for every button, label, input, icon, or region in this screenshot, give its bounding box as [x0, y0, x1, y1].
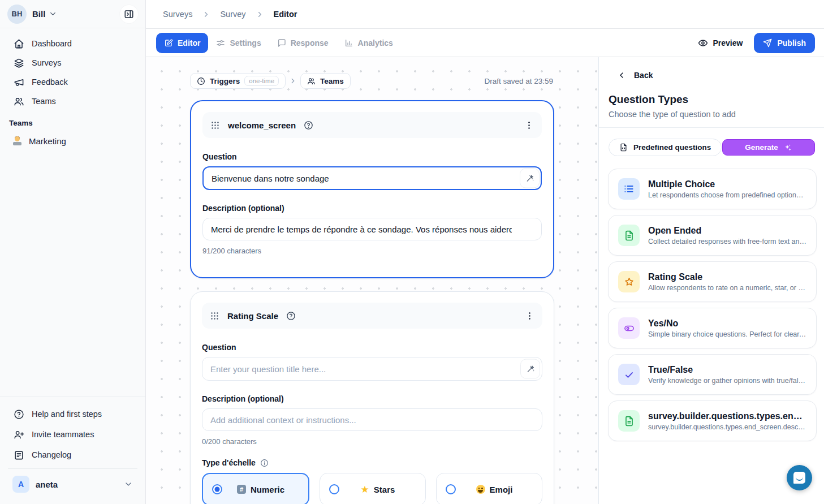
- publish-label: Publish: [777, 38, 806, 48]
- welcome-card-header: welcome_screen: [202, 112, 542, 138]
- teams-section-label: Teams: [0, 111, 145, 131]
- predefined-questions-label: Predefined questions: [633, 143, 711, 152]
- tab-response[interactable]: Response: [269, 33, 336, 53]
- sidebar-item-label: Help and first steps: [32, 410, 102, 419]
- newspaper-icon: [14, 450, 24, 460]
- tab-editor[interactable]: Editor: [156, 33, 208, 53]
- question-type-open-ended[interactable]: Open Ended Collect detailed responses wi…: [608, 215, 817, 256]
- tab-settings[interactable]: Settings: [208, 33, 269, 53]
- breadcrumb-survey[interactable]: Survey: [220, 10, 245, 19]
- help-circle-icon: [14, 409, 24, 420]
- card-menu-button[interactable]: [525, 311, 534, 321]
- preview-button[interactable]: Preview: [691, 33, 750, 53]
- question-types-panel: Back Question Types Choose the type of q…: [598, 57, 824, 504]
- users-icon: [307, 77, 316, 85]
- clock-icon: [197, 77, 205, 85]
- sidebar-item-label: Surveys: [32, 58, 61, 67]
- file-code-icon: [619, 143, 628, 152]
- scale-option-numeric[interactable]: # Numeric: [202, 473, 309, 504]
- message-square-icon: [277, 38, 286, 48]
- question-type-true-false[interactable]: True/False Verify knowledge or gather op…: [608, 354, 817, 395]
- question-title-input[interactable]: [202, 357, 542, 381]
- sidebar-nav: Dashboard Surveys Feedback Teams: [0, 28, 145, 111]
- question-description-input[interactable]: [202, 408, 542, 431]
- sidebar-item-dashboard[interactable]: Dashboard: [3, 34, 142, 53]
- question-type-end-screen[interactable]: survey.builder.questions.types.end_scr..…: [608, 400, 817, 441]
- question-type-multiple-choice[interactable]: Multiple Choice Let respondents choose f…: [608, 169, 817, 209]
- publish-button[interactable]: Publish: [754, 33, 815, 53]
- user-plus-icon: [14, 429, 24, 440]
- sidebar-item-teams[interactable]: Teams: [3, 92, 142, 111]
- type-title: Multiple Choice: [648, 179, 806, 189]
- question-type-yes-no[interactable]: Yes/No Simple binary choice questions. P…: [608, 308, 817, 348]
- question-card-title: welcome_screen: [228, 120, 296, 130]
- radio-unchecked-icon[interactable]: [446, 484, 456, 494]
- generate-button[interactable]: Generate: [722, 139, 815, 156]
- survey-canvas: Triggers one-time Teams Draft saved at 2…: [146, 57, 598, 504]
- sidebar-item-help[interactable]: Help and first steps: [3, 404, 142, 424]
- breadcrumb: Surveys Survey Editor: [146, 0, 824, 29]
- sidebar-item-label: Feedback: [32, 77, 68, 87]
- chevron-right-icon: [289, 77, 297, 85]
- sidebar-item-invite[interactable]: Invite teammates: [3, 424, 142, 445]
- triggers-chip[interactable]: Triggers one-time: [190, 73, 286, 89]
- edit-pencil-icon: [164, 38, 173, 48]
- chat-bubble-icon: [793, 472, 805, 484]
- user-name[interactable]: Bill: [32, 9, 45, 19]
- eye-icon: [698, 38, 708, 48]
- help-circle-icon[interactable]: [304, 120, 313, 130]
- breadcrumb-surveys[interactable]: Surveys: [163, 10, 192, 19]
- panel-toggle-icon: [124, 9, 134, 19]
- ai-rewrite-button[interactable]: [520, 359, 540, 379]
- question-card-title: Rating Scale: [227, 311, 278, 321]
- drag-handle-icon[interactable]: [210, 311, 219, 321]
- divider: [599, 127, 824, 128]
- tab-analytics[interactable]: Analytics: [336, 33, 401, 53]
- tab-label: Editor: [178, 38, 200, 48]
- toggle-icon: [618, 317, 640, 339]
- sidebar-footer: Help and first steps Invite teammates Ch…: [0, 397, 145, 504]
- sidebar-item-label: Teams: [32, 97, 56, 106]
- teams-chip-label: Teams: [320, 77, 344, 85]
- sidebar-item-marketing[interactable]: Marketing: [0, 131, 145, 151]
- teams-chip[interactable]: Teams: [300, 73, 351, 89]
- sidebar-item-surveys[interactable]: Surveys: [3, 53, 142, 72]
- star-emoji-icon: ★: [361, 485, 369, 494]
- question-field-label: Question: [202, 343, 542, 352]
- scale-option-emoji[interactable]: Emoji: [436, 473, 542, 504]
- rating-scale-card[interactable]: Rating Scale Question Description (optio…: [190, 291, 554, 504]
- back-label: Back: [634, 71, 653, 80]
- welcome-screen-card[interactable]: welcome_screen Question Description (opt…: [190, 100, 554, 278]
- chat-launcher-button[interactable]: [787, 465, 812, 490]
- description-field-label: Description (optional): [202, 394, 542, 403]
- radio-checked-icon[interactable]: [212, 484, 222, 494]
- ai-rewrite-button[interactable]: [520, 169, 540, 188]
- card-menu-button[interactable]: [524, 120, 534, 130]
- question-type-list: Multiple Choice Let respondents choose f…: [608, 169, 817, 441]
- question-title-input[interactable]: [202, 166, 542, 190]
- file-text-icon: [618, 410, 640, 432]
- sparkles-icon: [783, 143, 792, 152]
- chevron-left-icon: [617, 71, 626, 80]
- info-icon[interactable]: [260, 459, 269, 467]
- type-title: Open Ended: [648, 226, 806, 236]
- sidebar-item-changelog[interactable]: Changelog: [3, 445, 142, 465]
- tab-label: Response: [291, 38, 329, 48]
- chevron-down-icon[interactable]: [49, 10, 57, 18]
- radio-unchecked-icon[interactable]: [329, 484, 339, 494]
- org-switcher[interactable]: A aneta: [8, 468, 137, 495]
- back-button[interactable]: Back: [617, 71, 653, 80]
- question-type-rating-scale[interactable]: Rating Scale Allow respondents to rate o…: [608, 261, 817, 302]
- scale-option-stars[interactable]: ★ Stars: [320, 473, 426, 504]
- sidebar-collapse-button[interactable]: [120, 5, 138, 23]
- sidebar-item-label: Dashboard: [32, 39, 72, 48]
- sidebar-item-feedback[interactable]: Feedback: [3, 72, 142, 92]
- question-description-input[interactable]: [202, 218, 542, 240]
- scale-option-label: Emoji: [490, 485, 513, 494]
- file-text-icon: [618, 225, 640, 246]
- predefined-questions-button[interactable]: Predefined questions: [609, 139, 722, 156]
- preview-label: Preview: [713, 38, 743, 48]
- drag-handle-icon[interactable]: [210, 120, 220, 130]
- bar-chart-icon: [344, 38, 353, 48]
- help-circle-icon[interactable]: [286, 311, 296, 321]
